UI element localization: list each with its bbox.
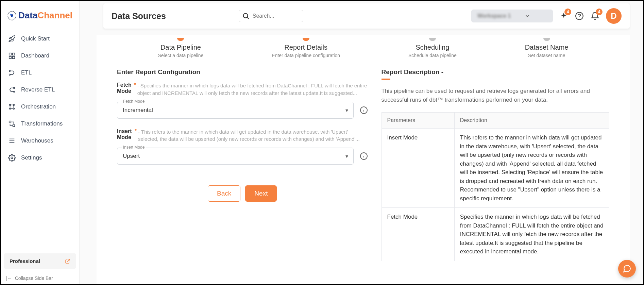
param-name: Insert Mode bbox=[382, 129, 454, 208]
param-desc: This refers to the manner in which data … bbox=[454, 129, 609, 208]
plan-label: Professional bbox=[10, 258, 40, 264]
parameters-table: Parameters Description Insert Mode This … bbox=[382, 112, 609, 261]
notifications-button[interactable]: 4 bbox=[590, 11, 600, 21]
reverse-etl-icon bbox=[8, 86, 16, 94]
sidebar-item-orchestration[interactable]: Orchestration bbox=[1, 98, 79, 115]
param-name: Fetch Mode bbox=[382, 208, 454, 261]
warehouses-icon bbox=[8, 137, 16, 145]
svg-rect-1 bbox=[13, 53, 15, 55]
sidebar-item-settings[interactable]: Settings bbox=[1, 149, 79, 166]
svg-point-6 bbox=[14, 87, 15, 89]
step-scheduling[interactable]: Scheduling Schedule data pipeline bbox=[408, 38, 457, 58]
table-header-desc: Description bbox=[454, 113, 609, 129]
logo-icon bbox=[7, 11, 16, 20]
step-dot bbox=[303, 38, 309, 41]
step-title: Dataset Name bbox=[525, 44, 569, 51]
sparkle-button[interactable]: 4 bbox=[559, 11, 569, 21]
logo[interactable]: DataChannel bbox=[1, 1, 79, 28]
step-dataset-name[interactable]: Dataset Name Set dataset name bbox=[525, 38, 569, 58]
help-icon bbox=[575, 12, 584, 20]
svg-point-8 bbox=[10, 104, 11, 106]
chat-icon bbox=[623, 264, 631, 273]
sidebar-item-label: Orchestration bbox=[21, 103, 56, 110]
svg-point-10 bbox=[10, 108, 11, 110]
rocket-icon bbox=[8, 35, 16, 43]
sidebar-item-warehouses[interactable]: Warehouses bbox=[1, 132, 79, 149]
sidebar-item-reverse-etl[interactable]: Reverse ETL bbox=[1, 81, 79, 98]
svg-point-4 bbox=[9, 70, 11, 72]
svg-rect-2 bbox=[13, 56, 15, 58]
svg-point-7 bbox=[14, 91, 15, 93]
collapse-sidebar[interactable]: |← Collapse Side Bar bbox=[1, 272, 79, 284]
step-subtitle: Enter data pipeline configuration bbox=[272, 53, 340, 58]
back-button[interactable]: Back bbox=[208, 185, 240, 202]
sidebar-item-label: Dashboard bbox=[21, 52, 49, 59]
step-title: Data Pipeline bbox=[158, 44, 203, 51]
topbar: Data Sources Workspace 1 4 bbox=[103, 3, 630, 29]
page-title: Data Sources bbox=[112, 11, 166, 21]
collapse-icon: |← bbox=[6, 275, 12, 281]
divider bbox=[167, 175, 318, 175]
dashboard-icon bbox=[8, 52, 16, 60]
svg-rect-13 bbox=[13, 125, 15, 127]
step-title: Scheduling bbox=[408, 44, 457, 51]
float-label: Insert Mode bbox=[122, 145, 146, 150]
sidebar-item-quick-start[interactable]: Quick Start bbox=[1, 30, 79, 47]
help-button[interactable] bbox=[575, 11, 584, 21]
workspace-selector[interactable]: Workspace 1 bbox=[471, 10, 553, 22]
svg-rect-0 bbox=[9, 53, 11, 55]
next-button[interactable]: Next bbox=[245, 185, 277, 202]
info-icon[interactable] bbox=[360, 152, 368, 160]
workspace-label: Workspace 1 bbox=[477, 13, 511, 19]
svg-rect-3 bbox=[9, 56, 11, 58]
avatar-initial: D bbox=[611, 11, 616, 21]
sidebar-item-label: ETL bbox=[21, 69, 32, 76]
svg-rect-12 bbox=[9, 121, 11, 123]
table-row: Fetch Mode Specifies the manner in which… bbox=[382, 208, 609, 261]
fetch-mode-select[interactable]: Incremental bbox=[117, 102, 354, 119]
field-fetch-mode: Fetch Mode* - Specifies the manner in wh… bbox=[117, 82, 368, 119]
plan-box[interactable]: Professional bbox=[4, 253, 76, 269]
sidebar-item-label: Warehouses bbox=[21, 137, 53, 144]
section-title-config: Enter Report Configuration bbox=[117, 68, 368, 76]
step-subtitle: Set dataset name bbox=[525, 53, 569, 58]
avatar[interactable]: D bbox=[606, 8, 622, 24]
svg-point-9 bbox=[13, 104, 15, 106]
step-subtitle: Schedule data pipeline bbox=[408, 53, 457, 58]
accent-bar bbox=[382, 79, 390, 80]
table-header-param: Parameters bbox=[382, 113, 454, 129]
insert-mode-select[interactable]: Upsert bbox=[117, 148, 354, 165]
step-subtitle: Select a data pipeline bbox=[158, 53, 203, 58]
float-label: Fetch Mode bbox=[122, 99, 146, 104]
sparkle-badge: 4 bbox=[564, 9, 571, 15]
required-marker: * bbox=[134, 82, 136, 88]
field-insert-mode: Insert Mode* - This refers to the manner… bbox=[117, 128, 368, 165]
info-icon[interactable] bbox=[360, 106, 368, 114]
svg-point-19 bbox=[243, 14, 248, 18]
step-report-details[interactable]: Report Details Enter data pipeline confi… bbox=[272, 38, 340, 58]
svg-line-20 bbox=[247, 17, 249, 19]
sidebar-item-transformations[interactable]: Transformations bbox=[1, 115, 79, 132]
chat-button[interactable] bbox=[618, 260, 636, 278]
transformations-icon bbox=[8, 120, 16, 128]
logo-text-2: Channel bbox=[37, 10, 72, 20]
svg-point-17 bbox=[11, 157, 13, 159]
external-link-icon bbox=[65, 258, 70, 264]
sidebar-item-label: Reverse ETL bbox=[21, 86, 55, 93]
step-data-pipeline[interactable]: Data Pipeline Select a data pipeline bbox=[158, 38, 203, 58]
description-text: This pipeline can be used to request and… bbox=[382, 87, 609, 104]
required-marker: * bbox=[135, 128, 137, 134]
notifications-badge: 4 bbox=[596, 9, 603, 15]
sidebar-item-etl[interactable]: ETL bbox=[1, 64, 79, 81]
collapse-label: Collapse Side Bar bbox=[15, 275, 53, 281]
orchestration-icon bbox=[8, 103, 16, 111]
section-title-description: Report Description - bbox=[382, 68, 609, 76]
param-desc: Specifies the manner in which logs data … bbox=[454, 208, 609, 261]
table-row: Insert Mode This refers to the manner in… bbox=[382, 129, 609, 208]
sidebar-item-dashboard[interactable]: Dashboard bbox=[1, 47, 79, 64]
field-label: Insert Mode bbox=[117, 128, 133, 140]
step-dot bbox=[429, 38, 436, 41]
sidebar-item-label: Settings bbox=[21, 154, 42, 161]
svg-point-5 bbox=[9, 74, 11, 76]
sidebar-item-label: Quick Start bbox=[21, 35, 50, 42]
